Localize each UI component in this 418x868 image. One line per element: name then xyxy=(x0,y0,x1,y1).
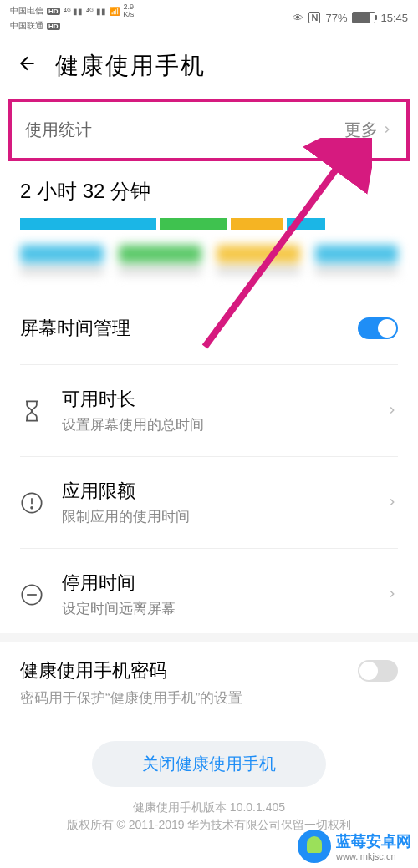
bar-segment xyxy=(160,218,227,230)
watermark: 蓝莓安卓网 www.lmkjsc.cn xyxy=(298,830,411,863)
setting-text: 停用时间 设定时间远离屏幕 xyxy=(62,571,368,618)
bar-segment xyxy=(231,218,283,230)
back-button[interactable] xyxy=(17,53,38,80)
setting-title: 停用时间 xyxy=(62,571,368,596)
watermark-url: www.lmkjsc.cn xyxy=(336,851,396,861)
status-time: 15:45 xyxy=(380,12,408,24)
watermark-title: 蓝莓安卓网 xyxy=(336,831,411,851)
chevron-right-icon xyxy=(386,585,398,604)
usage-bar-chart xyxy=(20,218,398,230)
hd-badge-1: HD xyxy=(47,8,60,15)
signal-4g-2: ⁴ᴳ ▮▮ xyxy=(86,7,106,16)
page-title: 健康使用手机 xyxy=(55,50,206,82)
usage-stats-label: 使用统计 xyxy=(25,119,92,141)
chevron-right-icon xyxy=(386,493,398,512)
alert-icon xyxy=(20,491,43,515)
divider xyxy=(20,364,398,365)
divider xyxy=(20,456,398,457)
setting-title: 可用时长 xyxy=(62,387,368,412)
setting-available-time[interactable]: 可用时长 设置屏幕使用的总时间 xyxy=(0,372,418,449)
net-speed-unit: K/s xyxy=(123,11,134,18)
version-label: 健康使用手机版本 10.0.1.405 xyxy=(0,799,418,816)
divider xyxy=(20,292,398,292)
bar-segment xyxy=(20,218,156,230)
usage-duration: 2 小时 32 分钟 xyxy=(0,168,418,211)
screen-time-toggle-row: 屏幕时间管理 xyxy=(0,299,418,358)
more-label: 更多 xyxy=(344,119,378,141)
section-gap xyxy=(0,633,418,642)
back-arrow-icon xyxy=(17,53,38,74)
setting-desc: 限制应用的使用时间 xyxy=(62,507,368,526)
app-list-blurred xyxy=(20,245,398,282)
usage-stats-row[interactable]: 使用统计 更多 xyxy=(8,99,410,161)
screen-time-toggle[interactable] xyxy=(358,317,398,339)
net-speed: 2.9 K/s xyxy=(123,3,134,18)
setting-text: 应用限额 限制应用的使用时间 xyxy=(62,479,368,526)
setting-desc: 设置屏幕使用的总时间 xyxy=(62,415,368,434)
hourglass-icon xyxy=(20,399,43,423)
more-link[interactable]: 更多 xyxy=(344,119,393,141)
footer: 健康使用手机版本 10.0.1.405 版权所有 © 2011-2019 华为技… xyxy=(0,799,418,834)
setting-app-limits[interactable]: 应用限额 限制应用的使用时间 xyxy=(0,464,418,541)
carrier-2: 中国联通 xyxy=(10,20,43,32)
nfc-icon: N xyxy=(308,12,320,23)
carrier-1: 中国电信 xyxy=(10,5,43,17)
hd-badge-2: HD xyxy=(47,23,60,30)
eye-icon: 👁 xyxy=(293,12,303,24)
chevron-right-icon xyxy=(386,401,398,420)
battery-pct: 77% xyxy=(325,12,347,24)
setting-desc: 设定时间远离屏幕 xyxy=(62,599,368,618)
status-bar: 中国电信 HD ⁴ᴳ ▮▮ ⁴ᴳ ▮▮ 📶 2.9 K/s 中国联通 HD 👁 … xyxy=(0,0,418,35)
minus-icon xyxy=(20,583,43,607)
password-desc: 密码用于保护“健康使用手机”的设置 xyxy=(20,688,398,708)
divider xyxy=(20,548,398,549)
setting-text: 可用时长 设置屏幕使用的总时间 xyxy=(62,387,368,434)
close-digital-balance-button[interactable]: 关闭健康使用手机 xyxy=(92,741,326,787)
screen-time-label: 屏幕时间管理 xyxy=(20,316,130,341)
chevron-right-icon xyxy=(381,120,393,140)
signal-4g-1: ⁴ᴳ ▮▮ xyxy=(64,7,84,16)
header: 健康使用手机 xyxy=(0,35,418,92)
setting-downtime[interactable]: 停用时间 设定时间远离屏幕 xyxy=(0,556,418,633)
password-toggle[interactable] xyxy=(358,660,398,682)
bar-segment xyxy=(287,218,324,230)
setting-title: 应用限额 xyxy=(62,479,368,504)
password-title: 健康使用手机密码 xyxy=(20,658,167,683)
watermark-icon xyxy=(298,830,331,863)
battery-icon xyxy=(352,12,375,23)
status-right: 👁 N 77% 15:45 xyxy=(293,12,408,24)
status-left: 中国电信 HD ⁴ᴳ ▮▮ ⁴ᴳ ▮▮ 📶 2.9 K/s 中国联通 HD xyxy=(10,3,134,32)
wifi-icon: 📶 xyxy=(110,7,120,16)
svg-point-2 xyxy=(31,506,33,508)
password-section: 健康使用手机密码 密码用于保护“健康使用手机”的设置 xyxy=(0,642,418,724)
